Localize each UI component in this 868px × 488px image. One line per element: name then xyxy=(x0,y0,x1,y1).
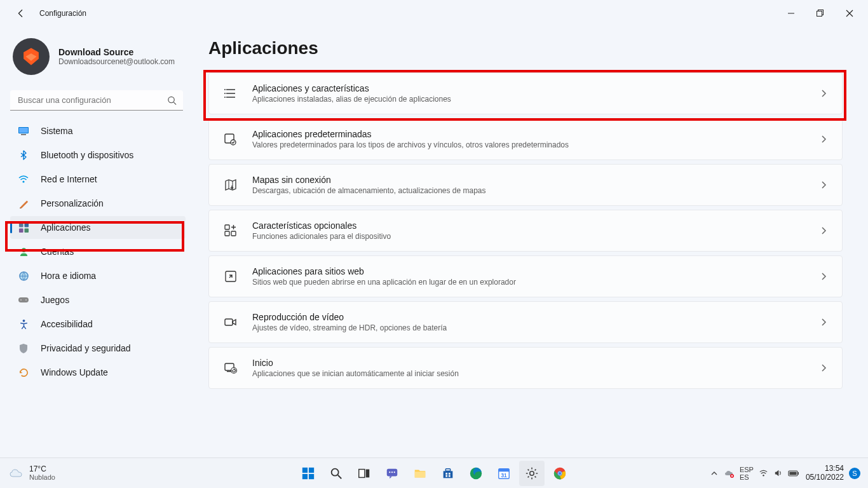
tray-chevron-icon[interactable] xyxy=(710,470,718,477)
clock-date: 05/10/2022 xyxy=(806,473,844,482)
nav-item-juegos[interactable]: Juegos xyxy=(10,288,186,311)
profile[interactable]: Download Source Downloadsourcenet@outloo… xyxy=(10,34,186,86)
card-title: Aplicaciones para sitios web xyxy=(252,266,819,276)
nav-label: Personalización xyxy=(41,198,104,208)
svg-rect-30 xyxy=(302,467,308,472)
svg-point-57 xyxy=(763,475,764,476)
svg-point-34 xyxy=(332,468,339,475)
system-tray[interactable]: ESPES xyxy=(710,466,799,481)
microsoft-store-button[interactable] xyxy=(435,461,461,486)
svg-point-11 xyxy=(22,248,26,252)
list-icon xyxy=(223,86,238,101)
cloud-icon xyxy=(9,466,24,481)
search-input[interactable] xyxy=(10,90,183,111)
close-button[interactable] xyxy=(835,3,864,24)
main: Aplicaciones Aplicaciones y característi… xyxy=(191,27,868,458)
start-button[interactable] xyxy=(295,461,321,486)
avatar xyxy=(13,38,50,75)
nav-label: Sistema xyxy=(41,126,73,136)
calendar-button[interactable]: 31 xyxy=(491,461,517,486)
search-button[interactable] xyxy=(323,461,349,486)
volume-tray-icon[interactable] xyxy=(773,468,783,478)
card-sub: Valores predeterminados para los tipos d… xyxy=(252,140,819,149)
svg-rect-60 xyxy=(789,471,796,475)
chat-button[interactable] xyxy=(379,461,405,486)
svg-point-39 xyxy=(391,471,393,473)
card-apps-features[interactable]: Aplicaciones y características Aplicacio… xyxy=(208,72,843,114)
svg-rect-46 xyxy=(449,475,451,477)
card-title: Aplicaciones predeterminadas xyxy=(252,129,819,139)
svg-point-55 xyxy=(559,471,562,475)
settings-button[interactable] xyxy=(519,461,545,486)
taskbar: 17°C Nublado 31 ESPES 13:54 05/10/ xyxy=(0,458,868,488)
nav-label: Cuentas xyxy=(41,247,74,257)
card-title: Reproducción de vídeo xyxy=(252,312,819,322)
edge-button[interactable] xyxy=(463,461,489,486)
nav-item-hora[interactable]: Hora e idioma xyxy=(10,264,186,287)
apps-icon xyxy=(18,222,29,233)
task-view-button[interactable] xyxy=(351,461,377,486)
language-indicator[interactable]: ESPES xyxy=(740,466,754,481)
update-icon xyxy=(18,367,29,378)
minimize-button[interactable] xyxy=(776,3,806,24)
file-explorer-button[interactable] xyxy=(407,461,433,486)
user-chip[interactable]: S xyxy=(849,468,860,479)
nav-item-sistema[interactable]: Sistema xyxy=(10,119,186,142)
monitor-icon xyxy=(18,125,29,137)
nav-item-cuentas[interactable]: Cuentas xyxy=(10,240,186,263)
svg-rect-26 xyxy=(225,319,233,325)
svg-rect-35 xyxy=(359,469,365,477)
nav-item-personalizacion[interactable]: Personalización xyxy=(10,192,186,215)
card-apps-websites[interactable]: Aplicaciones para sitios web Sitios web … xyxy=(208,255,843,297)
svg-rect-36 xyxy=(366,469,370,477)
svg-point-14 xyxy=(20,299,22,301)
add-apps-icon xyxy=(223,223,238,238)
svg-point-51 xyxy=(530,471,534,475)
taskbar-weather[interactable]: 17°C Nublado xyxy=(0,465,55,481)
svg-rect-42 xyxy=(445,468,450,471)
battery-tray-icon[interactable] xyxy=(788,470,799,477)
wifi-tray-icon[interactable] xyxy=(759,468,768,478)
chevron-right-icon xyxy=(819,318,828,327)
nav-item-accesibilidad[interactable]: Accesibilidad xyxy=(10,313,186,336)
nav-label: Privacidad y seguridad xyxy=(41,343,131,353)
svg-rect-59 xyxy=(797,472,799,475)
card-offline-maps[interactable]: Mapas sin conexión Descargas, ubicación … xyxy=(208,164,843,206)
svg-point-16 xyxy=(22,319,25,322)
nav-label: Hora e idioma xyxy=(41,271,96,281)
svg-rect-5 xyxy=(21,134,26,135)
maximize-button[interactable] xyxy=(806,3,835,24)
card-sub: Sitios web que pueden abrirse en una apl… xyxy=(252,278,819,287)
nav-item-aplicaciones[interactable]: Aplicaciones xyxy=(10,216,186,239)
svg-rect-33 xyxy=(309,473,314,478)
nav-label: Windows Update xyxy=(41,367,108,377)
card-optional-features[interactable]: Características opcionales Funciones adi… xyxy=(208,210,843,252)
nav-label: Accesibilidad xyxy=(41,319,93,329)
chevron-right-icon xyxy=(819,135,828,144)
nav-item-privacidad[interactable]: Privacidad y seguridad xyxy=(10,337,186,360)
svg-text:31: 31 xyxy=(501,472,507,478)
clock-time: 13:54 xyxy=(825,464,844,473)
card-title: Características opcionales xyxy=(252,220,819,231)
nav: Sistema Bluetooth y dispositivos Red e I… xyxy=(10,119,186,384)
taskbar-clock[interactable]: 13:54 05/10/2022 xyxy=(806,464,844,482)
nav-item-update[interactable]: Windows Update xyxy=(10,361,186,384)
svg-rect-41 xyxy=(415,471,426,477)
gamepad-icon xyxy=(18,294,29,306)
chrome-button[interactable] xyxy=(547,461,573,486)
nav-item-bluetooth[interactable]: Bluetooth y dispositivos xyxy=(10,144,186,166)
nav-label: Juegos xyxy=(41,295,69,305)
card-default-apps[interactable]: Aplicaciones predeterminadas Valores pre… xyxy=(208,118,843,160)
card-sub: Descargas, ubicación de almacenamiento, … xyxy=(252,186,819,195)
onedrive-icon[interactable] xyxy=(724,468,735,478)
svg-point-2 xyxy=(168,97,174,102)
nav-item-red[interactable]: Red e Internet xyxy=(10,168,186,191)
wifi-icon xyxy=(18,173,29,185)
chevron-right-icon xyxy=(819,226,828,235)
card-startup[interactable]: Inicio Aplicaciones que se inician autom… xyxy=(208,347,843,389)
svg-point-15 xyxy=(25,299,27,301)
sidebar: Download Source Downloadsourcenet@outloo… xyxy=(0,27,191,458)
globe-icon xyxy=(18,270,29,281)
card-video-playback[interactable]: Reproducción de vídeo Ajustes de vídeo, … xyxy=(208,301,843,343)
back-button[interactable] xyxy=(11,4,29,22)
